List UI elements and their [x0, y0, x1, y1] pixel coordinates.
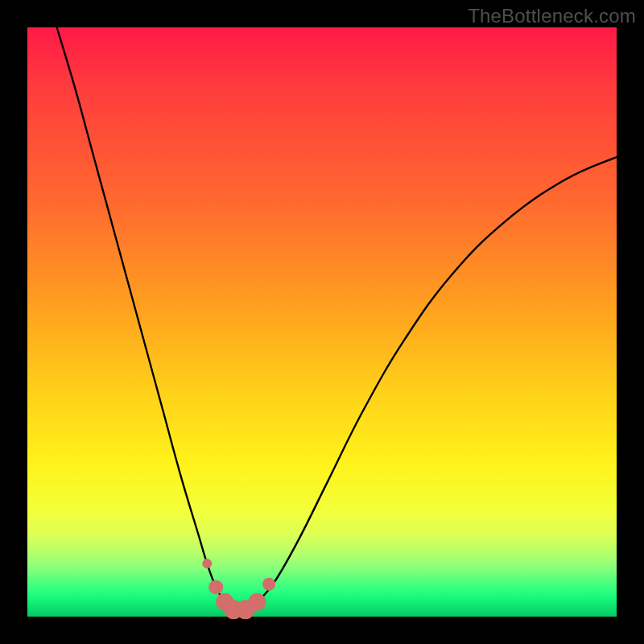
chart-frame: TheBottleneck.com: [0, 0, 644, 644]
minimum-marker: [208, 580, 223, 594]
minimum-marker: [202, 559, 212, 568]
minimum-marker: [262, 578, 275, 591]
minimum-marker: [248, 593, 266, 611]
bottleneck-curve: [57, 27, 617, 611]
curve-svg: [27, 27, 617, 617]
watermark-text: TheBottleneck.com: [468, 5, 636, 27]
minimum-markers: [202, 559, 275, 619]
plot-area: [27, 27, 617, 617]
